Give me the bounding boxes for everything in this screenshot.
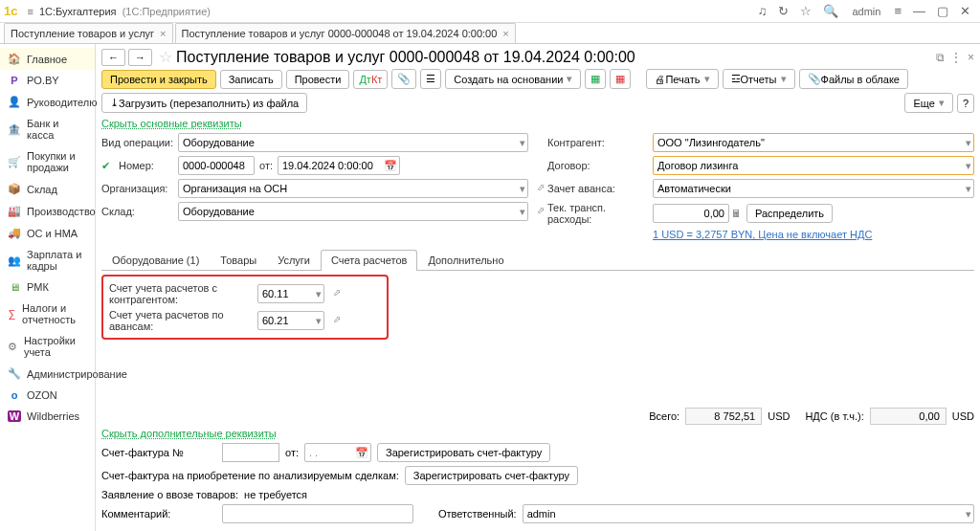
calendar-icon[interactable]: 📅 — [384, 160, 397, 172]
people-icon: 👥 — [8, 254, 21, 267]
chevron-down-icon[interactable]: ▾ — [520, 206, 525, 218]
dt-kt-icon[interactable]: ДтКт — [353, 70, 388, 89]
print-button[interactable]: 🖨 Печать▾ — [646, 69, 718, 89]
calendar-icon[interactable]: 📅 — [355, 447, 368, 459]
kebab-icon[interactable]: ⋮ — [950, 51, 962, 64]
chevron-down-icon[interactable]: ▾ — [520, 137, 525, 149]
help-button[interactable]: ? — [957, 94, 974, 113]
account2-input[interactable]: 60.21▾⬀ — [257, 311, 324, 330]
create-based-button[interactable]: Создать на основании▾ — [445, 69, 581, 89]
sidebar-item-poby[interactable]: РPO.BY — [0, 70, 95, 91]
sidebar-item-payroll[interactable]: 👥Зарплата и кадры — [0, 244, 95, 277]
sidebar-item-ozon[interactable]: oOZON — [0, 385, 95, 406]
counterparty-input[interactable]: ООО "Лизингодатель"▾⬀ — [653, 133, 974, 152]
star-icon[interactable]: ☆ — [800, 4, 812, 18]
close-page-icon[interactable]: × — [968, 51, 974, 64]
app-logo: 1с — [4, 4, 17, 18]
tab-additional[interactable]: Дополнительно — [417, 250, 514, 270]
favorite-icon[interactable]: ☆ — [159, 48, 172, 66]
sidebar-item-settings[interactable]: ⚙Настройки учета — [0, 330, 95, 363]
sidebar-item-rmk[interactable]: 🖥РМК — [0, 277, 95, 298]
chevron-down-icon[interactable]: ▾ — [966, 160, 971, 172]
sidebar-item-wb[interactable]: WWildberries — [0, 406, 95, 427]
calc-icon[interactable]: 🖩 — [729, 208, 743, 219]
doc-tab[interactable]: Поступление товаров и услуг× — [4, 23, 173, 43]
maximize-icon[interactable]: ▢ — [937, 4, 948, 18]
close-tab-icon[interactable]: × — [502, 28, 508, 39]
advance-input[interactable]: Автоматически▾ — [653, 179, 974, 198]
responsible-input[interactable]: admin▾⬀ — [523, 504, 974, 523]
more-button[interactable]: Еще▾ — [904, 93, 952, 113]
post-button[interactable]: Провести — [286, 70, 350, 89]
open-window-icon[interactable]: ⧉ — [936, 51, 945, 64]
invoice2-label: Счет-фактура на приобретение по анализир… — [101, 471, 399, 481]
nav-back-button[interactable]: ← — [101, 49, 125, 66]
sidebar-item-assets[interactable]: 🚚ОС и НМА — [0, 222, 95, 244]
search-icon[interactable]: 🔍 — [823, 4, 838, 18]
files-button[interactable]: 📎 Файлы в облаке — [799, 69, 908, 89]
clip-icon[interactable]: 📎 — [391, 69, 416, 89]
chevron-down-icon[interactable]: ▾ — [316, 315, 322, 327]
open-icon[interactable]: ⬀ — [333, 314, 341, 324]
sidebar-item-bank[interactable]: 🏦Банк и касса — [0, 113, 95, 145]
reports-button[interactable]: ☲ Отчеты▾ — [723, 69, 795, 89]
rate-link[interactable]: 1 USD = 3,2757 BYN, Цена не включает НДС — [653, 229, 872, 240]
invoice-date-input[interactable]: . .📅 — [304, 443, 371, 462]
chevron-down-icon[interactable]: ▾ — [316, 288, 322, 300]
bell-icon[interactable]: ♫ — [758, 4, 768, 18]
nav-fwd-button[interactable]: → — [128, 49, 152, 66]
tab-goods[interactable]: Товары — [210, 250, 267, 270]
declaration-label: Заявление о ввозе товаров: — [101, 489, 238, 500]
content-area: ← → ☆ Поступление товаров и услуг 0000-0… — [96, 44, 980, 531]
chevron-down-icon[interactable]: ▾ — [966, 508, 971, 520]
action-toolbar: Провести и закрыть Записать Провести ДтК… — [101, 69, 974, 113]
chevron-down-icon[interactable]: ▾ — [520, 183, 525, 195]
menu-icon[interactable]: ≡ — [27, 6, 33, 17]
pdf-icon[interactable]: ▦ — [610, 69, 631, 89]
warehouse-input[interactable]: Оборудование▾⬀ — [178, 202, 528, 221]
excel-icon[interactable]: ▦ — [585, 69, 606, 89]
date-input[interactable]: 19.04.2024 0:00:00📅 — [278, 156, 400, 175]
history-icon[interactable]: ↻ — [778, 4, 789, 18]
open-icon[interactable]: ⬀ — [537, 205, 545, 215]
comment-input[interactable] — [222, 504, 413, 523]
window-menu-icon[interactable]: ≡ — [894, 4, 902, 18]
navigation-sidebar: 🏠Главное РPO.BY 👤Руководителю 🏦Банк и ка… — [0, 44, 96, 531]
document-tabs: Поступление товаров и услуг× Поступление… — [0, 23, 980, 44]
sidebar-item-warehouse[interactable]: 📦Склад — [0, 178, 95, 200]
chevron-down-icon[interactable]: ▾ — [966, 137, 971, 149]
tab-services[interactable]: Услуги — [267, 250, 321, 270]
load-file-button[interactable]: ⤓ Загрузить (перезаполнить) из файла — [101, 93, 307, 113]
distribute-button[interactable]: Распределить — [746, 204, 833, 223]
chevron-down-icon[interactable]: ▾ — [966, 183, 971, 195]
number-input[interactable]: 0000-000048 — [178, 156, 255, 175]
close-window-icon[interactable]: ✕ — [960, 4, 970, 18]
minimize-icon[interactable]: — — [913, 4, 925, 18]
sidebar-item-production[interactable]: 🏭Производство — [0, 200, 95, 222]
contract-input[interactable]: Договор лизинга▾⬀ — [653, 156, 974, 175]
register-invoice2-button[interactable]: Зарегистрировать счет-фактуру — [405, 466, 578, 485]
sidebar-item-main[interactable]: 🏠Главное — [0, 48, 95, 70]
hide-main-link[interactable]: Скрыть основные реквизиты — [101, 118, 974, 129]
list-icon[interactable]: ☰ — [420, 69, 441, 89]
sidebar-item-sales[interactable]: 🛒Покупки и продажи — [0, 145, 95, 178]
open-icon[interactable]: ⬀ — [333, 287, 341, 298]
close-tab-icon[interactable]: × — [160, 28, 166, 39]
tab-equipment[interactable]: Оборудование (1) — [101, 250, 210, 270]
hide-additional-link[interactable]: Скрыть дополнительные реквизиты — [101, 428, 974, 439]
post-close-button[interactable]: Провести и закрыть — [101, 70, 216, 89]
doc-tab[interactable]: Поступление товаров и услуг 0000-000048 … — [175, 23, 516, 43]
org-input[interactable]: Организация на ОСН▾⬀ — [178, 179, 528, 198]
sidebar-item-taxes[interactable]: ∑Налоги и отчетность — [0, 298, 95, 330]
transp-input[interactable]: 0,00 — [653, 204, 729, 223]
register-invoice-button[interactable]: Зарегистрировать счет-фактуру — [377, 443, 550, 462]
write-button[interactable]: Записать — [220, 70, 282, 89]
account1-input[interactable]: 60.11▾⬀ — [257, 284, 324, 303]
sidebar-item-admin[interactable]: 🔧Администрирование — [0, 363, 95, 385]
tab-accounts[interactable]: Счета расчетов — [321, 250, 417, 271]
sidebar-item-manager[interactable]: 👤Руководителю — [0, 91, 95, 113]
invoice-no-input[interactable] — [222, 443, 279, 462]
open-icon[interactable]: ⬀ — [537, 182, 545, 192]
poby-icon: Р — [8, 75, 21, 86]
op-type-input[interactable]: Оборудование▾ — [178, 133, 528, 152]
